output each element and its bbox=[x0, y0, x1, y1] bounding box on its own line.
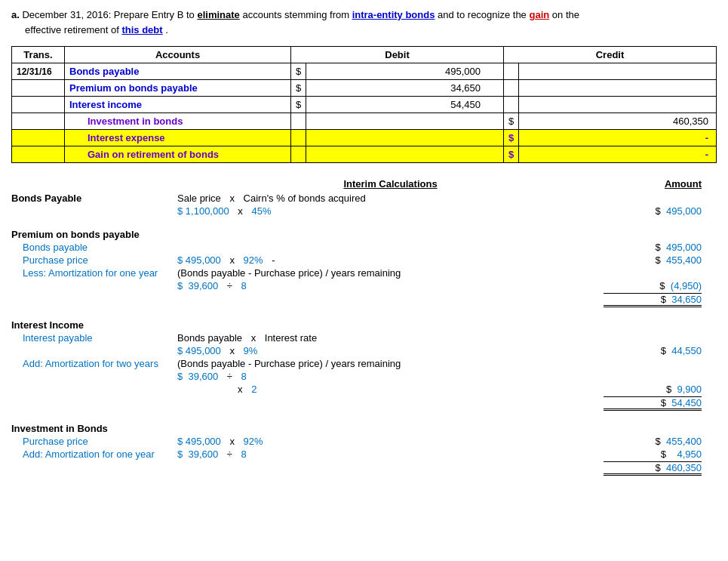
ib-label: Investment in Bonds bbox=[11, 423, 177, 434]
premium-purchase-price-amount: $ 455,400 bbox=[604, 254, 702, 266]
ib-purchase-price-label: Purchase price bbox=[11, 436, 177, 447]
ib-total-row: $ 460,350 bbox=[11, 461, 717, 476]
premium-bonds-payable-label: Bonds payable bbox=[11, 242, 177, 253]
bonds-payable-formula-line1: Sale price x Cairn's % of bonds acquired bbox=[177, 193, 604, 204]
ii-amort-div-row: $ 39,600 ÷ 8 bbox=[11, 371, 717, 382]
trans-empty-3 bbox=[12, 113, 65, 130]
interest-income-label: Interest Income bbox=[11, 319, 177, 331]
credit-amount-5: - bbox=[519, 130, 717, 146]
intro-eliminate: eliminate bbox=[197, 9, 239, 20]
credit-amount-1 bbox=[519, 63, 717, 80]
pp-pct: 92% bbox=[244, 254, 263, 266]
ii-header-amount bbox=[619, 319, 717, 331]
account-investment: Investment in bonds bbox=[65, 113, 291, 130]
premium-amort-values: $ 39,600 ÷ 8 bbox=[177, 280, 604, 291]
header-credit: Credit bbox=[504, 47, 717, 63]
prem-div: ÷ bbox=[227, 280, 232, 291]
ii-total-row: $ 54,450 bbox=[11, 396, 717, 411]
premium-amort-empty bbox=[619, 267, 717, 279]
intro-indent bbox=[11, 24, 22, 35]
ib-total-spacer bbox=[11, 461, 177, 476]
ib-total-amount: $ 460,350 bbox=[604, 461, 702, 476]
debit-amount-5 bbox=[306, 130, 504, 146]
debit-amount-1: 495,000 bbox=[306, 63, 504, 80]
bonds-payable-values: $ 1,100,000 x 45% $ 495,000 bbox=[11, 205, 717, 217]
ib-amort-label: Add: Amortization for one year bbox=[11, 448, 177, 460]
bonds-payable-section: Bonds Payable Sale price x Cairn's % of … bbox=[11, 193, 717, 217]
trans-date: 12/31/16 bbox=[12, 63, 65, 80]
intro-label-a: a. bbox=[11, 9, 20, 20]
intro-text: a. December 31, 2016: Prepare Entry B to… bbox=[11, 8, 717, 37]
bp-label-spacer bbox=[11, 205, 177, 217]
ii-ir-text: Interest rate bbox=[265, 332, 317, 344]
credit-amount-3 bbox=[519, 97, 717, 113]
premium-total-row: $ 34,650 bbox=[11, 293, 717, 307]
table-row: 12/31/16 Bonds payable $ 495,000 bbox=[12, 63, 717, 80]
credit-dollar-2 bbox=[504, 80, 519, 97]
intro-intra: intra-entity bonds bbox=[352, 9, 435, 20]
ii-ip-empty bbox=[619, 332, 717, 344]
ii-years: 8 bbox=[241, 371, 247, 382]
ii-amort-formula: (Bonds payable - Purchase price) / years… bbox=[177, 358, 619, 369]
ib-div: ÷ bbox=[227, 448, 232, 460]
ii-amort-mult-values: x 2 bbox=[177, 384, 604, 395]
account-interest-expense: Interest expense bbox=[65, 130, 291, 146]
ii-amort-label-row: Add: Amortization for two years (Bonds p… bbox=[11, 358, 717, 369]
premium-amort-formula: (Bonds payable - Purchase price) / years… bbox=[177, 267, 619, 279]
intro-text4: on the bbox=[552, 9, 579, 20]
ii-x3: x bbox=[238, 384, 243, 395]
bp-x2: x bbox=[238, 205, 243, 217]
ii-div: ÷ bbox=[227, 371, 232, 382]
table-row: Interest income $ 54,450 bbox=[12, 97, 717, 113]
ii-x2: x bbox=[229, 345, 235, 356]
debit-dollar-6 bbox=[291, 146, 306, 163]
ii-interest-payable-row1: Interest payable Bonds payable x Interes… bbox=[11, 332, 717, 344]
debit-amount-4 bbox=[306, 113, 504, 130]
credit-dollar-4: $ bbox=[504, 113, 519, 130]
table-row: Gain on retirement of bonds $ - bbox=[12, 146, 717, 163]
premium-bp-row: Bonds payable $ 495,000 bbox=[11, 242, 717, 253]
trans-empty-2 bbox=[12, 97, 65, 113]
premium-header-content bbox=[177, 229, 619, 240]
debit-dollar-2: $ bbox=[291, 80, 306, 97]
ii-rate: 9% bbox=[244, 345, 258, 356]
debit-amount-3: 54,450 bbox=[306, 97, 504, 113]
ii-amort-mult-amount: $ 9,900 bbox=[604, 384, 702, 395]
bp-dollar: $ bbox=[656, 205, 661, 217]
ib-pp-pct: 92% bbox=[244, 436, 263, 447]
intro-effective: effective retirement of bbox=[25, 24, 121, 35]
ii-x1: x bbox=[251, 332, 256, 344]
ii-total-spacer bbox=[11, 396, 177, 411]
ii-bp-val: $ 495,000 bbox=[177, 345, 221, 356]
intro-text3: and to recognize the bbox=[438, 9, 529, 20]
credit-dollar-6: $ bbox=[504, 146, 519, 163]
ii-mult-val: 2 bbox=[251, 384, 256, 395]
ib-total-empty bbox=[177, 461, 604, 476]
intro-this-debt: this debt bbox=[121, 24, 162, 35]
credit-dollar-1 bbox=[504, 63, 519, 80]
prem-val: $ 39,600 bbox=[177, 280, 218, 291]
prem-years: 8 bbox=[241, 280, 247, 291]
header-trans: Trans. bbox=[12, 47, 65, 63]
intro-text2: accounts stemming from bbox=[242, 9, 352, 20]
premium-amort-values-row: $ 39,600 ÷ 8 $ (4,950) bbox=[11, 280, 717, 291]
credit-amount-2 bbox=[519, 80, 717, 97]
ii-amort-div-empty bbox=[619, 371, 717, 382]
bp-formula-values: $ 1,100,000 x 45% bbox=[177, 205, 604, 217]
premium-purchase-price-content: $ 495,000 x 92% - bbox=[177, 254, 604, 266]
pp-minus: - bbox=[272, 254, 275, 266]
journal-table: Trans. Accounts Debit Credit 12/31/16 Bo… bbox=[11, 46, 717, 163]
debit-dollar-4 bbox=[291, 113, 306, 130]
premium-amort-spacer bbox=[11, 280, 177, 291]
debit-amount-2: 34,650 bbox=[306, 80, 504, 97]
pp-x: x bbox=[229, 254, 235, 266]
trans-empty-4 bbox=[12, 130, 65, 146]
debit-dollar-5 bbox=[291, 130, 306, 146]
table-row: Investment in bonds $ 460,350 bbox=[12, 113, 717, 130]
ib-x1: x bbox=[229, 436, 235, 447]
credit-dollar-5: $ bbox=[504, 130, 519, 146]
premium-section: Premium on bonds payable Bonds payable $… bbox=[11, 229, 717, 307]
ii-interest-payable-row2: $ 495,000 x 9% $ 44,550 bbox=[11, 345, 717, 356]
premium-purchase-price-row: Purchase price $ 495,000 x 92% - $ 455,4… bbox=[11, 254, 717, 266]
sale-price-text: Sale price bbox=[177, 193, 221, 204]
